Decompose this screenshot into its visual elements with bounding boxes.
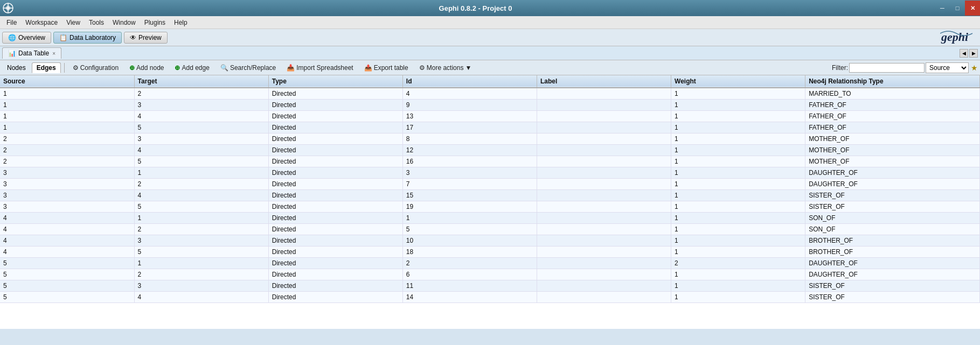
cell-source: 4 [0, 247, 134, 258]
cell-source: 3 [0, 190, 134, 201]
cell-label [537, 213, 671, 224]
header-type[interactable]: Type [268, 75, 402, 88]
filter-star-icon[interactable]: ★ [971, 64, 978, 72]
cell-neo4j: SISTER_OF [805, 292, 980, 303]
cell-weight: 1 [671, 145, 805, 156]
nav-data-laboratory[interactable]: 📋 Data Laboratory [53, 32, 122, 44]
search-replace-button[interactable]: 🔍 Search/Replace [216, 62, 281, 73]
header-weight[interactable]: Weight [671, 75, 805, 88]
table-row[interactable]: 35Directed191SISTER_OF [0, 201, 980, 213]
add-node-label: Add node [136, 64, 164, 72]
more-actions-button[interactable]: ⚙ More actions ▼ [414, 62, 477, 73]
add-edge-button[interactable]: ⊕ Add edge [170, 62, 214, 73]
globe-icon: 🌐 [8, 34, 16, 41]
menu-item-tools[interactable]: Tools [85, 18, 108, 27]
edges-tab[interactable]: Edges [32, 62, 61, 73]
header-target[interactable]: Target [134, 75, 268, 88]
table-container[interactable]: Source Target Type Id Label Weight Neo4j… [0, 75, 980, 329]
cell-weight: 1 [671, 122, 805, 133]
maximize-button[interactable]: □ [950, 1, 965, 16]
table-row[interactable]: 13Directed91FATHER_OF [0, 100, 980, 111]
table-row[interactable]: 24Directed121MOTHER_OF [0, 145, 980, 156]
cell-type: Directed [268, 224, 402, 235]
cell-type: Directed [268, 258, 402, 269]
cell-source: 3 [0, 201, 134, 213]
cell-neo4j: SON_OF [805, 224, 980, 235]
cell-source: 4 [0, 224, 134, 235]
cell-label [537, 111, 671, 122]
nav-preview[interactable]: 👁 Preview [124, 32, 168, 44]
cell-label [537, 190, 671, 201]
cell-weight: 1 [671, 100, 805, 111]
cell-label [537, 167, 671, 179]
filter-select[interactable]: Source Target Type Id [926, 62, 969, 73]
cell-source: 1 [0, 111, 134, 122]
cell-type: Directed [268, 88, 402, 100]
cell-neo4j: DAUGHTER_OF [805, 167, 980, 179]
table-row[interactable]: 34Directed151SISTER_OF [0, 190, 980, 201]
nav-overview[interactable]: 🌐 Overview [2, 32, 51, 44]
cell-neo4j: SISTER_OF [805, 201, 980, 213]
menu-item-workspace[interactable]: Workspace [21, 18, 62, 27]
eye-icon: 👁 [130, 34, 136, 41]
table-row[interactable]: 14Directed131FATHER_OF [0, 111, 980, 122]
filter-input[interactable] [849, 63, 925, 73]
header-label[interactable]: Label [537, 75, 671, 88]
cell-id: 18 [402, 247, 537, 258]
header-source[interactable]: Source [0, 75, 134, 88]
header-neo4j[interactable]: Neo4j Relationship Type [805, 75, 980, 88]
table-row[interactable]: 43Directed101BROTHER_OF [0, 235, 980, 247]
table-row[interactable]: 23Directed81MOTHER_OF [0, 133, 980, 145]
add-node-button[interactable]: ⊕ Add node [124, 62, 169, 73]
table-row[interactable]: 31Directed31DAUGHTER_OF [0, 167, 980, 179]
tab-scroll-right[interactable]: ▶ [969, 49, 978, 58]
cell-target: 5 [134, 247, 268, 258]
cell-weight: 1 [671, 235, 805, 247]
cell-label [537, 88, 671, 100]
import-spreadsheet-button[interactable]: 📥 Import Spreadsheet [282, 62, 358, 73]
table-row[interactable]: 12Directed41MARRIED_TO [0, 88, 980, 100]
table-row[interactable]: 25Directed161MOTHER_OF [0, 156, 980, 167]
table-row[interactable]: 53Directed111SISTER_OF [0, 280, 980, 292]
menu-item-window[interactable]: Window [108, 18, 140, 27]
menu-item-help[interactable]: Help [170, 18, 192, 27]
cell-weight: 1 [671, 280, 805, 292]
table-row[interactable]: 51Directed22DAUGHTER_OF [0, 258, 980, 269]
minimize-button[interactable]: ─ [935, 1, 950, 16]
data-table-tab[interactable]: 📊 Data Table × [2, 47, 61, 59]
close-button[interactable]: ✕ [965, 1, 980, 16]
cell-target: 3 [134, 100, 268, 111]
cell-type: Directed [268, 111, 402, 122]
cell-source: 3 [0, 179, 134, 190]
cell-label [537, 156, 671, 167]
menu-item-file[interactable]: File [2, 18, 21, 27]
configuration-button[interactable]: ⚙ Configuration [68, 62, 123, 73]
cell-label [537, 145, 671, 156]
cell-weight: 1 [671, 269, 805, 280]
header-id[interactable]: Id [402, 75, 537, 88]
cell-weight: 1 [671, 247, 805, 258]
export-table-button[interactable]: 📤 Export table [359, 62, 413, 73]
filter-label: Filter: [832, 64, 848, 72]
tab-scroll-left[interactable]: ◀ [960, 49, 968, 58]
table-row[interactable]: 32Directed71DAUGHTER_OF [0, 179, 980, 190]
table-row[interactable]: 41Directed11SON_OF [0, 213, 980, 224]
cell-target: 5 [134, 122, 268, 133]
cell-type: Directed [268, 235, 402, 247]
table-row[interactable]: 52Directed61DAUGHTER_OF [0, 269, 980, 280]
toolbar-separator-1 [64, 63, 65, 73]
cell-target: 3 [134, 133, 268, 145]
tab-close-icon[interactable]: × [52, 51, 55, 57]
table-row[interactable]: 45Directed181BROTHER_OF [0, 247, 980, 258]
table-row[interactable]: 42Directed51SON_OF [0, 224, 980, 235]
menu-item-plugins[interactable]: Plugins [140, 18, 170, 27]
app-icon [0, 0, 16, 16]
table-row[interactable]: 54Directed141SISTER_OF [0, 292, 980, 303]
table-row[interactable]: 15Directed171FATHER_OF [0, 122, 980, 133]
cell-target: 2 [134, 88, 268, 100]
cell-weight: 1 [671, 111, 805, 122]
gephi-logo: gephi [940, 29, 978, 46]
menu-item-view[interactable]: View [62, 18, 85, 27]
nodes-tab[interactable]: Nodes [2, 62, 31, 73]
nav-preview-label: Preview [138, 34, 162, 41]
